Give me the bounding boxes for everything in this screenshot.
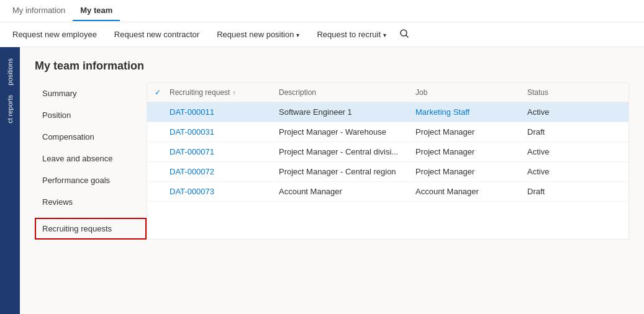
row-id-1[interactable]: DAT-000011: [170, 107, 279, 117]
row-id-2[interactable]: DAT-000031: [170, 127, 279, 137]
row-desc-1: Software Engineer 1: [279, 107, 415, 117]
col-description[interactable]: Description: [279, 88, 415, 97]
row-job-3: Project Manager: [415, 147, 527, 156]
row-status-4: Active: [527, 167, 602, 176]
table-header: ✓ Recruiting request ↑ Description Job S…: [147, 83, 628, 102]
action-bar: Request new employee Request new contrac…: [0, 22, 644, 47]
table-row[interactable]: DAT-000031 Project Manager - Warehouse P…: [147, 122, 628, 142]
sidenav-reviews[interactable]: Reviews: [35, 191, 147, 213]
row-status-1: Active: [527, 107, 602, 117]
row-id-5[interactable]: DAT-000073: [170, 187, 279, 196]
left-sidebar: positions ct reports: [0, 47, 20, 314]
check-header-cell: ✓: [155, 88, 170, 97]
request-new-employee-button[interactable]: Request new employee: [5, 26, 104, 43]
sidenav-performance-goals[interactable]: Performance goals: [35, 169, 147, 191]
content-inner: Summary Position Compensation Leave and …: [35, 83, 629, 240]
search-button[interactable]: [396, 25, 412, 43]
row-desc-3: Project Manager - Central divisi...: [279, 147, 415, 156]
table-row[interactable]: DAT-000073 Account Manager Account Manag…: [147, 182, 628, 202]
request-new-contractor-button[interactable]: Request new contractor: [107, 26, 207, 43]
col-recruiting-request[interactable]: Recruiting request ↑: [170, 88, 279, 97]
chevron-down-icon: ▾: [296, 32, 299, 38]
row-job-1[interactable]: Marketing Staff: [415, 107, 527, 117]
row-id-4[interactable]: DAT-000072: [170, 167, 279, 176]
checkmark-icon: ✓: [155, 88, 161, 97]
row-desc-4: Project Manager - Central region: [279, 167, 415, 176]
svg-line-1: [406, 35, 408, 37]
request-to-recruit-button[interactable]: Request to recruit▾: [309, 26, 394, 43]
tab-my-information[interactable]: My information: [5, 1, 73, 21]
table-row[interactable]: DAT-000011 Software Engineer 1 Marketing…: [147, 102, 628, 122]
sidenav-summary[interactable]: Summary: [35, 83, 147, 104]
row-status-3: Active: [527, 147, 602, 156]
row-job-2: Project Manager: [415, 127, 527, 137]
sidenav-position[interactable]: Position: [35, 104, 147, 126]
row-job-5: Account Manager: [415, 187, 527, 196]
col-status[interactable]: Status: [527, 88, 602, 97]
chevron-down-icon: ▾: [383, 32, 386, 38]
row-status-5: Draft: [527, 187, 602, 196]
sort-asc-icon: ↑: [232, 89, 235, 96]
page-title: My team information: [35, 60, 629, 73]
table-panel: ✓ Recruiting request ↑ Description Job S…: [147, 83, 629, 240]
col-job[interactable]: Job: [415, 88, 527, 97]
request-new-position-button[interactable]: Request new position▾: [209, 26, 307, 43]
main-container: positions ct reports My team information…: [0, 47, 644, 314]
search-icon: [400, 29, 409, 38]
row-id-3[interactable]: DAT-000071: [170, 147, 279, 156]
sidebar-item-positions[interactable]: positions: [5, 53, 15, 90]
table-row[interactable]: DAT-000071 Project Manager - Central div…: [147, 142, 628, 162]
sidenav-recruiting-requests[interactable]: Recruiting requests: [35, 218, 147, 240]
row-desc-2: Project Manager - Warehouse: [279, 127, 415, 137]
row-desc-5: Account Manager: [279, 187, 415, 196]
row-status-2: Draft: [527, 127, 602, 137]
row-job-4: Project Manager: [415, 167, 527, 176]
sidenav-leave-and-absence[interactable]: Leave and absence: [35, 148, 147, 169]
sidenav-compensation[interactable]: Compensation: [35, 126, 147, 148]
top-nav: My information My team: [0, 0, 644, 22]
tab-my-team[interactable]: My team: [73, 1, 120, 21]
sidebar-item-ct-reports[interactable]: ct reports: [5, 90, 15, 128]
table-body: DAT-000011 Software Engineer 1 Marketing…: [147, 102, 628, 202]
side-nav: Summary Position Compensation Leave and …: [35, 83, 147, 240]
content-area: My team information Summary Position Com…: [20, 47, 644, 314]
table-row[interactable]: DAT-000072 Project Manager - Central reg…: [147, 162, 628, 182]
